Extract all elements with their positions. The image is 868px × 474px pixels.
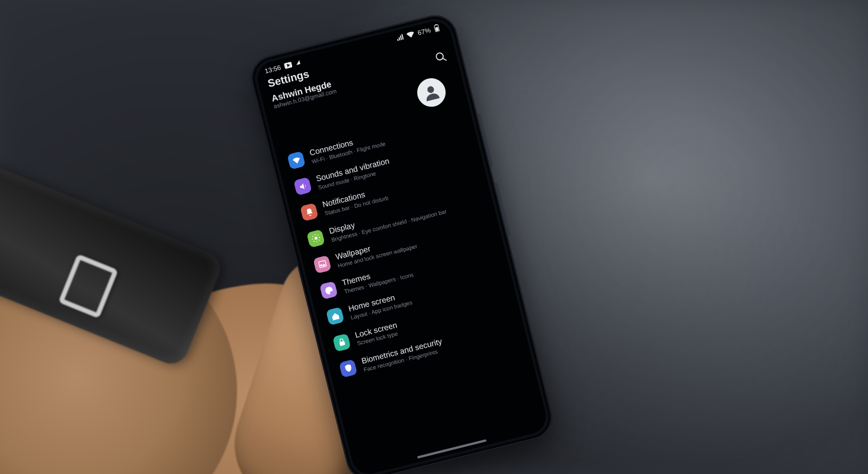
search-icon bbox=[434, 50, 448, 64]
wifi-icon bbox=[406, 31, 415, 39]
svg-line-15 bbox=[317, 235, 318, 236]
svg-rect-3 bbox=[435, 27, 439, 31]
youtube-icon bbox=[283, 61, 292, 69]
palette-icon bbox=[319, 281, 338, 300]
image-icon bbox=[313, 255, 332, 274]
home-icon bbox=[326, 307, 345, 326]
battery-icon bbox=[433, 24, 441, 33]
search-button[interactable] bbox=[434, 50, 449, 66]
wifi-icon bbox=[287, 151, 306, 170]
svg-line-13 bbox=[318, 240, 319, 241]
account-avatar[interactable] bbox=[414, 75, 449, 110]
photo-background: 13:56 67% bbox=[0, 0, 868, 474]
bell-icon bbox=[300, 203, 319, 222]
shield-icon bbox=[339, 359, 358, 378]
svg-point-7 bbox=[314, 236, 318, 240]
sound-icon bbox=[293, 177, 312, 196]
signal-icon bbox=[396, 33, 404, 41]
svg-line-12 bbox=[312, 236, 313, 237]
svg-line-14 bbox=[313, 241, 315, 242]
svg-rect-2 bbox=[435, 24, 437, 25]
lock-icon bbox=[332, 333, 351, 352]
svg-rect-16 bbox=[318, 261, 326, 268]
svg-point-4 bbox=[435, 52, 444, 60]
svg-point-6 bbox=[427, 85, 435, 94]
svg-line-5 bbox=[443, 57, 446, 61]
sun-icon bbox=[306, 229, 325, 248]
person-icon bbox=[421, 82, 442, 103]
location-icon bbox=[294, 59, 301, 66]
